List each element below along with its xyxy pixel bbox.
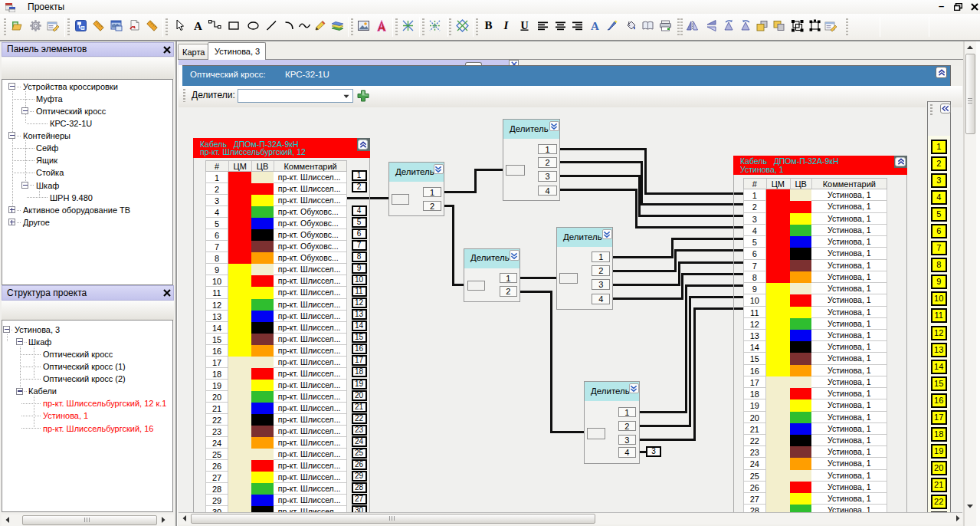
svg-text:B: B bbox=[484, 19, 492, 31]
svg-text:A: A bbox=[194, 20, 202, 32]
svg-text:U: U bbox=[520, 20, 528, 31]
svg-text:A: A bbox=[591, 20, 599, 32]
svg-text:I: I bbox=[503, 19, 510, 31]
